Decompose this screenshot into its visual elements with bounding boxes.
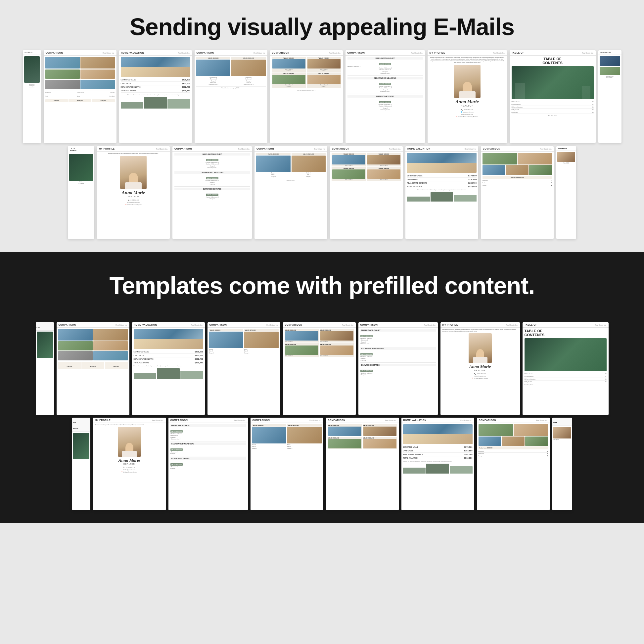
card-header: TABLE OF Real Estate Inc. bbox=[510, 50, 596, 56]
cedarwood-value-2: VALUE: $800,000 bbox=[206, 177, 218, 179]
b-cedarwood: CEDARWOOD MEADOWS VALUE: $800,000 • Numb… bbox=[360, 347, 436, 361]
detail-row-2: Pool Area Year Built bbox=[45, 95, 115, 97]
val-row-2: LAND VALUE $157,680 bbox=[407, 178, 477, 181]
comparison-title: COMPARISON bbox=[479, 419, 496, 421]
cedarwood-section-2: CEDARWOOD MEADOWS VALUE: $800,000 • Numb… bbox=[174, 171, 250, 185]
b2-cedarwood: CEDARWOOD MEADOWS VALUE: $800,000 • Bedr… bbox=[170, 442, 246, 455]
bg-i2 bbox=[320, 331, 353, 341]
bg-i4 bbox=[320, 345, 353, 355]
grid-features-3: Beds: 3 • Bath: 2Pool: Yes bbox=[272, 84, 305, 87]
divider bbox=[347, 75, 423, 76]
b2g-i4 bbox=[363, 439, 396, 448]
b2-img-r bbox=[287, 427, 322, 443]
profile-image-2 bbox=[120, 156, 147, 189]
maplewood-title: MAPLEWOOD COURT bbox=[347, 57, 423, 60]
b-profile-role: Realtor bbox=[442, 369, 518, 371]
logo: Real Estate Inc. bbox=[314, 148, 325, 150]
b2-two-props: VALUE: $800,000 Beds: 4Bath: 2Garage: 2 … bbox=[252, 424, 322, 449]
maplewood-details: • Number of Bathrooms: 2• Number of Room… bbox=[347, 68, 423, 74]
grid-prop-2: VALUE: $750,000 Beds: 3 • Bath: 2Garage:… bbox=[307, 57, 341, 72]
maplewood-features: • Number of Bedrooms: 3 bbox=[347, 66, 423, 67]
b-elmwood-title: ELMWOOD ESTATES bbox=[360, 364, 436, 366]
b2-feat-r: Beds: 3Bath: 2Garage: 1 bbox=[287, 444, 322, 449]
b2g-p1: VALUE: $800,000 bbox=[328, 424, 362, 436]
comparison-title: COMPARISON bbox=[328, 419, 345, 421]
b-elmwood-details: • Number of Bedrooms: 2• Garage: 1 bbox=[360, 373, 436, 376]
img-4 bbox=[93, 341, 128, 350]
comparison-title: COMPARISON bbox=[197, 52, 214, 54]
img-r1-1 bbox=[483, 153, 517, 164]
b-toc-card: TABLE OF Real Estate Inc. TABLE OFCONTEN… bbox=[523, 322, 609, 415]
b2-vl3: REAL ESTATE BENEFITS bbox=[403, 453, 423, 455]
img-r2-1 bbox=[483, 165, 505, 175]
cedarwood-section: CEDARWOOD MEADOWS VALUE: $800,000 • Numb… bbox=[347, 77, 423, 93]
partial-right-card: COMPARISON Value: $450,000Beds: 3 Bath: … bbox=[598, 50, 621, 143]
comparison-title: COMPARISON bbox=[483, 148, 500, 150]
detail-label: Bedrooms bbox=[45, 91, 51, 93]
val-amt-2: $157,680 bbox=[468, 178, 477, 180]
img-r2-3 bbox=[529, 165, 552, 175]
valuation-title: HOME VALUATION bbox=[134, 324, 157, 326]
bar-2 bbox=[144, 97, 167, 109]
b-card-header: E OF bbox=[36, 322, 54, 331]
card-body: VALUE: $800,000 Beds: 4Bath: 2Garage: 2 … bbox=[254, 152, 327, 182]
profile-image bbox=[454, 65, 481, 98]
b2g-v1: VALUE: $800,000 bbox=[328, 425, 361, 426]
profile-img-wrap-2 bbox=[99, 156, 168, 189]
b2-body bbox=[72, 432, 90, 460]
val-label: ESTIMATED VALUE bbox=[121, 79, 136, 81]
b-property-grid: VALUE: $800,000 Beds: 4 • Bath: 2 VALUE:… bbox=[285, 329, 354, 357]
toc-item-page: 10 bbox=[592, 112, 593, 113]
b-profile-body: We want to provide you with a tailored m… bbox=[440, 328, 520, 381]
val-label: TOTAL VALUATION bbox=[121, 90, 136, 92]
b-card-body bbox=[36, 331, 54, 359]
card-body: Value: $380k bbox=[556, 151, 576, 165]
card-header: COMPARISON Real Estate Inc. bbox=[283, 322, 356, 328]
b2-img-r2 bbox=[479, 437, 548, 446]
b2-vl2: LAND VALUE bbox=[403, 450, 414, 452]
profile-title: MY PROFILE bbox=[99, 148, 115, 150]
val-body-2: ESTIMATED VALUE $379,500 LAND VALUE $157… bbox=[405, 152, 478, 203]
val-row-1: ESTIMATED VALUE $379,500 bbox=[121, 78, 190, 82]
b2-pr-title: COMP bbox=[553, 422, 557, 424]
b-bar-2 bbox=[157, 368, 180, 379]
b2-comparison-grid: COMPARISON Real Estate Inc. VALUE: $800,… bbox=[326, 418, 399, 510]
toc-item-label: 03 Home Valuation bbox=[512, 106, 523, 108]
b-maplewood-title: MAPLEWOOD COURT bbox=[360, 329, 436, 332]
logo: Real Estate Inc. bbox=[152, 419, 163, 421]
d-label-2: Bathrooms bbox=[483, 182, 488, 184]
card-header: MY PROFILE Real Estate Inc. bbox=[93, 418, 166, 423]
b-val-label-l: VALUE: $800,000 bbox=[209, 329, 244, 331]
profile-name-block: Anna Marie Realtor bbox=[430, 99, 505, 107]
elmwood-value: VALUE: $425,000 bbox=[379, 101, 391, 103]
bg-f4: Beds: 2 • Bath: 2 bbox=[320, 355, 353, 356]
elmwood-title-2: ELMWOOD ESTATES bbox=[174, 188, 250, 190]
price-cell-3: $410,000 bbox=[92, 99, 115, 102]
card-body: MAPLEWOOD COURT VALUE: $870,000 • Number… bbox=[358, 328, 438, 378]
profile-body-2: We want to provide you with a tailored m… bbox=[97, 152, 170, 207]
d-value-2: 2 bbox=[551, 182, 552, 184]
prop-image bbox=[45, 57, 80, 69]
card-header: COMPARISON Real Estate Inc. bbox=[44, 50, 116, 56]
b2-feat-l: Beds: 4Bath: 2Garage: 2 bbox=[252, 444, 287, 449]
card-body: VALUE: $800,000 Beds: 4Bath: 2Garage: 2 … bbox=[207, 328, 280, 355]
comparison-grid-2: COMPARISON Real Estate Inc. VALUE: $500,… bbox=[330, 146, 403, 239]
b-toc-item-2: 02 Comparison 04 bbox=[525, 375, 607, 378]
b2-partial-right: COMP Value: $450k bbox=[552, 418, 572, 510]
cedarwood-details-2: • Number of Bedrooms: 4• Garage: 1• Pool… bbox=[174, 180, 250, 185]
b2-cedarwood-title: CEDARWOOD MEADOWS bbox=[170, 442, 246, 445]
top-section: Sending visually appealing E-Mails OF TE… bbox=[0, 0, 644, 252]
b2-profile-image bbox=[118, 427, 141, 457]
price-value: $380,000 bbox=[46, 100, 67, 102]
dark-section: Templates come with prefilled content. bbox=[0, 252, 644, 319]
b2-dl3: Garage bbox=[479, 455, 483, 457]
logo: Real Estate Inc. bbox=[253, 52, 265, 54]
template-row-1: OF TENTS content itemcontent itemcontent… bbox=[7, 50, 637, 143]
bg-f1: Beds: 4 • Bath: 2 bbox=[285, 341, 318, 342]
card-title: COMPARISON bbox=[600, 52, 611, 53]
b-comparison-two-prop: COMPARISON Real Estate Inc. VALUE: $800,… bbox=[207, 322, 280, 415]
divider bbox=[174, 170, 250, 170]
bg-v3: VALUE: $560,000 bbox=[285, 344, 318, 345]
profile-bio-2: We want to provide you with a tailored m… bbox=[99, 153, 168, 155]
logo: Real Estate Inc. bbox=[156, 148, 168, 150]
